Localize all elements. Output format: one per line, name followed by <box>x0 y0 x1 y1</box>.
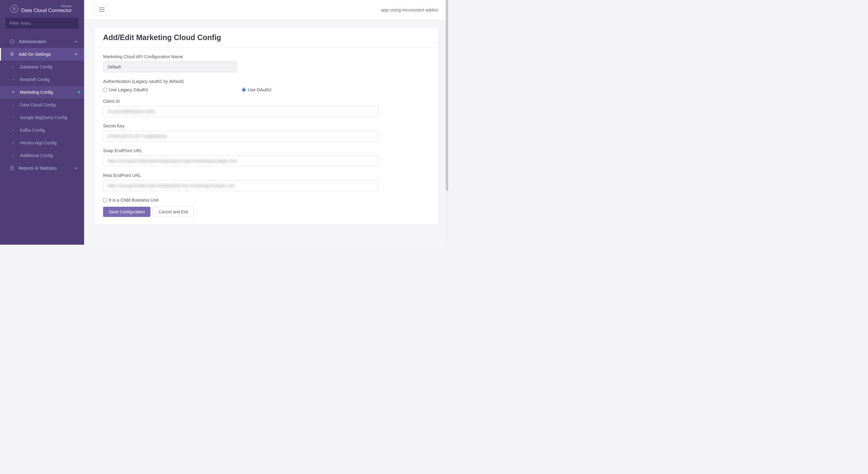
nav-group-reports[interactable]: Reports & Statistics <box>0 162 84 175</box>
radio-label: Use Legacy OAuth1 <box>109 87 148 92</box>
nav: Administration Add-On Settings Database … <box>0 35 84 175</box>
nav-item-marketing-config[interactable]: Marketing Config <box>0 86 84 98</box>
radio-legacy-oauth1[interactable]: Use Legacy OAuth1 <box>103 87 148 92</box>
radio-oauth2[interactable]: Use OAuth2 <box>242 87 272 92</box>
page-title: Add/Edit Marketing Cloud Config <box>103 33 430 42</box>
nav-item-data-cloud-config[interactable]: Data Cloud Config <box>0 98 84 111</box>
main: app-using-mcconnect-addon Add/Edit Marke… <box>84 0 448 245</box>
save-button[interactable]: Save Configuration <box>103 207 150 217</box>
nav-item-database-config[interactable]: Database Config <box>0 61 84 73</box>
child-bu-label: It is a Child Business Unit <box>109 198 158 202</box>
chevron-down-icon <box>74 167 78 169</box>
client-id-input[interactable]: 3Lojwsvh8Dbwyhor7yk5x <box>103 106 378 117</box>
nav-item-kafka-config[interactable]: Kafka Config <box>0 124 84 136</box>
document-icon <box>10 166 14 170</box>
fg-auth: Authentication (Legacy oauth2 by default… <box>103 79 430 92</box>
topbar: app-using-mcconnect-addon <box>84 0 448 20</box>
fg-client-id: Client ID 3Lojwsvh8Dbwyhor7yk5x <box>103 99 430 117</box>
chevron-down-icon <box>74 41 78 42</box>
rest-url-input[interactable]: https://mccgs53-8wkc3yfzrrdy3gny5jn9.res… <box>103 180 378 191</box>
scrollbar-thumb[interactable] <box>446 0 448 191</box>
app-name: app-using-mcconnect-addon <box>381 7 438 12</box>
info-icon <box>10 39 14 44</box>
radio-label: Use OAuth2 <box>248 87 272 92</box>
content: Add/Edit Marketing Cloud Config Marketin… <box>84 20 448 232</box>
nav-label: Add-On Settings <box>19 52 51 57</box>
panel-body: Marketing Cloud API Configuration Name A… <box>95 48 438 224</box>
radio-legacy-oauth1-input[interactable] <box>103 88 107 92</box>
button-row: Save Configuration Cancel and Exit <box>103 207 430 217</box>
svg-point-3 <box>12 40 12 41</box>
fg-secret-key: Secret Key kCHRosW73LJhY7yAg8hdKmp <box>103 124 430 141</box>
nav-item-label: Additional Config <box>20 153 53 158</box>
fg-soap-url: Soap EndPoint URL https://mccgs53-8wkc3y… <box>103 148 430 166</box>
nav-group-addon-settings[interactable]: Add-On Settings <box>0 48 84 61</box>
child-bu-checkbox[interactable]: It is a Child Business Unit <box>103 198 430 202</box>
scrollbar[interactable] <box>445 0 448 245</box>
cancel-button[interactable]: Cancel and Exit <box>153 207 194 217</box>
nav-item-label: Marketing Config <box>20 90 53 95</box>
nav-label: Reports & Statistics <box>19 166 57 170</box>
nav-item-google-bigquery-config[interactable]: Google BigQuery Config <box>0 111 84 124</box>
config-name-label: Marketing Cloud API Configuration Name <box>103 54 430 59</box>
soap-url-label: Soap EndPoint URL <box>103 148 430 153</box>
brand-logo-icon <box>10 5 18 13</box>
nav-item-label: Heroku App Config <box>20 140 57 145</box>
auth-label: Authentication (Legacy oauth2 by default… <box>103 79 430 84</box>
child-bu-input[interactable] <box>103 198 107 202</box>
nav-item-label: Google BigQuery Config <box>20 115 67 120</box>
nav-label: Administration <box>19 39 46 44</box>
nav-item-additional-config[interactable]: Additional Config <box>0 149 84 162</box>
nav-item-label: Redshift Config <box>20 77 50 82</box>
fg-config-name: Marketing Cloud API Configuration Name <box>103 54 430 72</box>
secret-key-input[interactable]: kCHRosW73LJhY7yAg8hdKmp <box>103 131 378 141</box>
brand: Heroku Data Cloud Connector <box>0 0 84 18</box>
hamburger-icon <box>99 7 104 12</box>
filter-wrap <box>0 18 84 32</box>
hamburger-button[interactable] <box>94 4 110 15</box>
secret-key-label: Secret Key <box>103 124 430 128</box>
config-panel: Add/Edit Marketing Cloud Config Marketin… <box>94 27 438 224</box>
gear-icon <box>10 52 14 57</box>
brand-title: Data Cloud Connector <box>21 8 72 13</box>
sidebar: Heroku Data Cloud Connector Administrati… <box>0 0 84 245</box>
app-root: Heroku Data Cloud Connector Administrati… <box>0 0 448 245</box>
nav-sub-addon: Database Config Redshift Config Marketin… <box>0 61 84 162</box>
client-id-label: Client ID <box>103 99 430 104</box>
radio-oauth2-input[interactable] <box>242 88 246 92</box>
fg-rest-url: Rest EndPoint URL https://mccgs53-8wkc3y… <box>103 173 430 191</box>
chevron-up-icon <box>74 53 78 55</box>
nav-item-label: Database Config <box>20 64 53 69</box>
nav-item-redshift-config[interactable]: Redshift Config <box>0 73 84 86</box>
config-name-input[interactable] <box>103 61 237 72</box>
filter-menu-input[interactable] <box>5 18 79 29</box>
rest-url-label: Rest EndPoint URL <box>103 173 430 178</box>
nav-group-administration[interactable]: Administration <box>0 35 84 48</box>
nav-item-label: Kafka Config <box>20 128 45 133</box>
status-dot-icon <box>78 91 80 93</box>
svg-point-4 <box>11 54 13 55</box>
nav-item-label: Data Cloud Config <box>20 102 56 107</box>
soap-url-input[interactable]: https://mccgs53-8wkc3yfzrrdy3gny5jn9.soa… <box>103 156 378 166</box>
nav-item-heroku-app-config[interactable]: Heroku App Config <box>0 136 84 149</box>
panel-header: Add/Edit Marketing Cloud Config <box>95 28 438 48</box>
svg-point-0 <box>13 7 15 9</box>
